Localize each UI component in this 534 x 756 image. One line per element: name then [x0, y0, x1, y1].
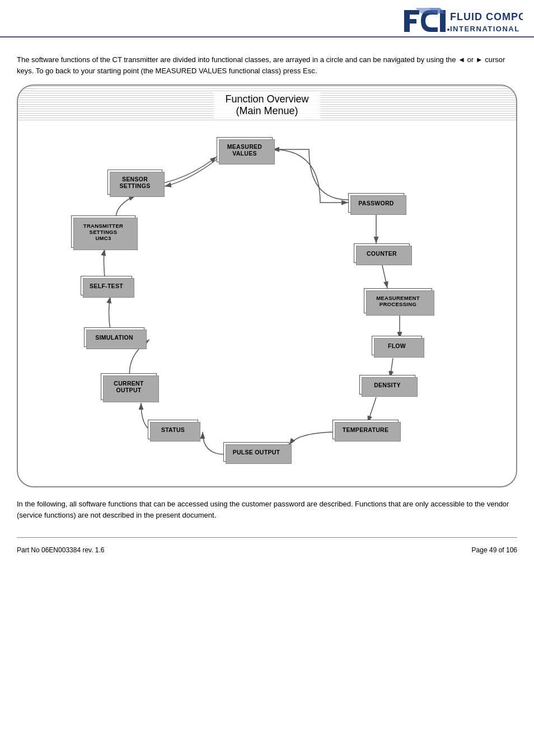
diagram-body: MEASUREDVALUES PASSWORD COUNTER MEASUREM…	[18, 120, 516, 490]
box-password: PASSWORD	[348, 193, 404, 213]
intro-paragraph: The software functions of the CT transmi…	[0, 37, 534, 84]
svg-text:INTERNATIONAL LLC: INTERNATIONAL LLC	[450, 25, 523, 33]
footer-bottom: Part No 06EN003384 rev. 1.6 Page 49 of 1…	[0, 543, 534, 557]
box-simulation: SIMULATION	[84, 327, 144, 347]
company-logo: FLUID COMPONENTS INTERNATIONAL LLC	[400, 6, 523, 36]
box-density: DENSITY	[359, 375, 415, 395]
arrows-svg	[18, 120, 516, 490]
footer-paragraph: In the following, all software functions…	[17, 499, 517, 520]
svg-text:FLUID COMPONENTS: FLUID COMPONENTS	[450, 11, 523, 22]
intro-text-content: The software functions of the CT transmi…	[17, 54, 517, 76]
box-flow: FLOW	[372, 336, 422, 355]
box-temperature: TEMPERATURE	[332, 420, 399, 439]
box-current-output: CURRENTOUTPUT	[101, 373, 157, 400]
box-measurement-processing: MEASUREMENTPROCESSING	[364, 288, 432, 313]
page-header: FLUID COMPONENTS INTERNATIONAL LLC	[0, 0, 534, 37]
function-overview-diagram: Function Overview (Main Menue)	[17, 84, 517, 487]
box-self-test: SELF-TEST	[81, 276, 132, 295]
box-pulse-output: PULSE OUTPUT	[223, 442, 289, 462]
box-status: STATUS	[148, 420, 198, 439]
box-measured-values: MEASUREDVALUES	[217, 137, 273, 162]
page-number: Page 49 of 106	[472, 546, 517, 554]
svg-marker-0	[404, 10, 419, 32]
box-transmitter-settings: TRANSMITTERSETTINGSUMC3	[71, 215, 135, 248]
box-sensor-settings: SENSORSETTINGS	[107, 170, 162, 195]
footer-text-section: In the following, all software functions…	[0, 487, 534, 526]
diagram-title-line2: (Main Menue)	[225, 105, 308, 117]
diagram-title: Function Overview (Main Menue)	[18, 86, 516, 120]
box-counter: COUNTER	[354, 243, 410, 263]
footer-divider	[17, 537, 517, 538]
part-number: Part No 06EN003384 rev. 1.6	[17, 546, 105, 554]
diagram-title-line1: Function Overview	[225, 93, 308, 105]
svg-point-6	[447, 29, 449, 31]
